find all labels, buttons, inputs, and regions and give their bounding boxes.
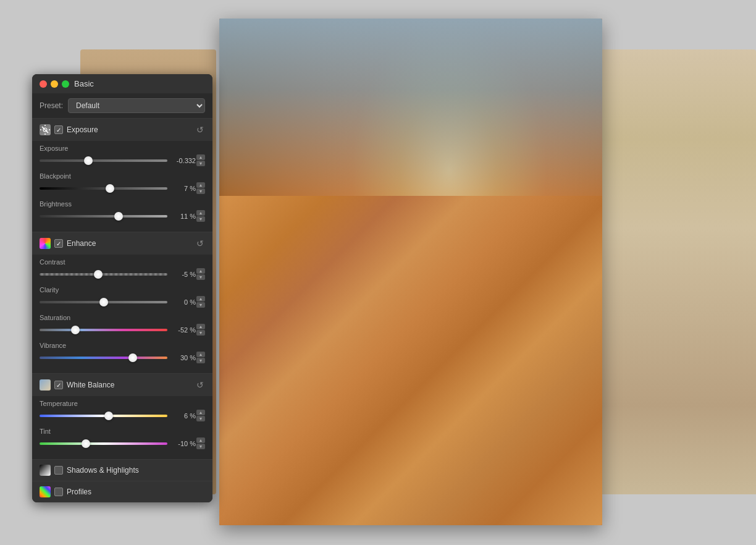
wb-icon xyxy=(40,379,51,391)
shadows-header: Shadows & Highlights xyxy=(32,460,212,481)
panel-title: Basic xyxy=(74,79,94,88)
tint-down[interactable]: ▼ xyxy=(196,444,205,449)
contrast-up[interactable]: ▲ xyxy=(196,268,205,274)
wb-title: White Balance xyxy=(67,381,191,389)
brightness-slider-row: Brightness 11 % ▲ ▼ xyxy=(40,200,205,222)
blackpoint-value-box: 7 % ▲ ▼ xyxy=(172,182,205,194)
exposure-slider-control: -0.332 ▲ ▼ xyxy=(40,154,205,166)
saturation-thumb[interactable] xyxy=(71,326,80,334)
enhance-checkbox[interactable] xyxy=(54,239,63,248)
saturation-control: -52 % ▲ ▼ xyxy=(40,324,205,336)
vibrance-label: Vibrance xyxy=(40,342,205,349)
contrast-stepper: ▲ ▼ xyxy=(196,268,205,280)
saturation-up[interactable]: ▲ xyxy=(196,324,205,329)
shadows-section: Shadows & Highlights xyxy=(32,460,212,481)
clarity-track[interactable] xyxy=(40,301,167,303)
brightness-control: 11 % ▲ ▼ xyxy=(40,210,205,222)
brightness-down[interactable]: ▼ xyxy=(196,216,205,222)
clarity-up[interactable]: ▲ xyxy=(196,296,205,302)
temperature-up[interactable]: ▲ xyxy=(196,410,205,415)
tint-thumb[interactable] xyxy=(82,439,90,448)
panel: Basic Preset: Default Exposure ↺ Exposur… xyxy=(32,74,212,502)
exposure-up[interactable]: ▲ xyxy=(196,154,205,160)
tint-up[interactable]: ▲ xyxy=(196,437,205,443)
brightness-track[interactable] xyxy=(40,215,167,218)
wb-sliders: Temperature 6 % ▲ ▼ Tint xyxy=(32,396,212,459)
preset-select[interactable]: Default xyxy=(68,98,205,113)
exposure-down[interactable]: ▼ xyxy=(196,161,205,166)
brightness-value-box: 11 % ▲ ▼ xyxy=(172,210,205,222)
close-button[interactable] xyxy=(40,80,47,88)
vibrance-track[interactable] xyxy=(40,357,167,359)
contrast-down[interactable]: ▼ xyxy=(196,274,205,280)
exposure-checkbox[interactable] xyxy=(54,125,63,134)
brightness-up[interactable]: ▲ xyxy=(196,210,205,216)
exposure-thumb[interactable] xyxy=(84,156,93,165)
temperature-down[interactable]: ▼ xyxy=(196,416,205,421)
brightness-stepper: ▲ ▼ xyxy=(196,210,205,222)
contrast-track[interactable] xyxy=(40,273,167,276)
blackpoint-thumb[interactable] xyxy=(106,184,114,193)
blackpoint-track[interactable] xyxy=(40,187,167,190)
blackpoint-up[interactable]: ▲ xyxy=(196,182,205,188)
exposure-value: -0.332 xyxy=(172,157,196,164)
preset-label: Preset: xyxy=(40,101,63,110)
preset-row: Preset: Default xyxy=(32,93,212,119)
clarity-thumb[interactable] xyxy=(99,298,108,306)
enhance-header: Enhance ↺ xyxy=(32,232,212,255)
enhance-icon xyxy=(40,238,51,249)
enhance-sliders: Contrast -5 % ▲ ▼ Clarity xyxy=(32,255,212,373)
tint-value-box: -10 % ▲ ▼ xyxy=(172,437,205,449)
saturation-track[interactable] xyxy=(40,329,167,331)
enhance-section: Enhance ↺ Contrast -5 % ▲ ▼ xyxy=(32,232,212,373)
brightness-label: Brightness xyxy=(40,200,205,208)
tint-value: -10 % xyxy=(172,440,196,447)
minimize-button[interactable] xyxy=(51,80,58,88)
contrast-slider-row: Contrast -5 % ▲ ▼ xyxy=(40,258,205,280)
vibrance-value-box: 30 % ▲ ▼ xyxy=(172,352,205,363)
contrast-thumb[interactable] xyxy=(94,270,103,279)
contrast-value-box: -5 % ▲ ▼ xyxy=(172,268,205,280)
tint-stepper: ▲ ▼ xyxy=(196,437,205,449)
enhance-title: Enhance xyxy=(67,239,191,248)
vibrance-down[interactable]: ▼ xyxy=(196,358,205,363)
vibrance-up[interactable]: ▲ xyxy=(196,352,205,357)
clarity-value: 0 % xyxy=(172,298,196,306)
wb-reset[interactable]: ↺ xyxy=(195,379,205,391)
saturation-label: Saturation xyxy=(40,314,205,321)
clarity-label: Clarity xyxy=(40,286,205,294)
vibrance-control: 30 % ▲ ▼ xyxy=(40,352,205,363)
saturation-down[interactable]: ▼ xyxy=(196,330,205,336)
blackpoint-stepper: ▲ ▼ xyxy=(196,182,205,194)
exposure-value-box: -0.332 ▲ ▼ xyxy=(172,154,205,166)
shadows-checkbox[interactable] xyxy=(54,466,63,475)
clarity-value-box: 0 % ▲ ▼ xyxy=(172,296,205,308)
vibrance-thumb[interactable] xyxy=(128,353,137,362)
wb-checkbox[interactable] xyxy=(54,381,63,389)
brightness-thumb[interactable] xyxy=(114,212,123,221)
tint-track[interactable] xyxy=(40,442,167,445)
shadows-title: Shadows & Highlights xyxy=(67,466,205,475)
blackpoint-down[interactable]: ▼ xyxy=(196,188,205,194)
tint-control: -10 % ▲ ▼ xyxy=(40,437,205,449)
profiles-checkbox[interactable] xyxy=(54,488,63,496)
temperature-track[interactable] xyxy=(40,415,167,417)
maximize-button[interactable] xyxy=(62,80,69,88)
clarity-down[interactable]: ▼ xyxy=(196,302,205,308)
exposure-track[interactable] xyxy=(40,159,167,162)
exposure-reset[interactable]: ↺ xyxy=(195,124,205,136)
temperature-thumb[interactable] xyxy=(104,412,113,420)
enhance-reset[interactable]: ↺ xyxy=(195,237,205,250)
wb-header: White Balance ↺ xyxy=(32,374,212,396)
exposure-sliders: Exposure -0.332 ▲ ▼ Blackpoin xyxy=(32,141,212,232)
temperature-value: 6 % xyxy=(172,412,196,420)
contrast-label: Contrast xyxy=(40,258,205,266)
exposure-slider-label: Exposure xyxy=(40,145,205,152)
contrast-value: -5 % xyxy=(172,271,196,278)
saturation-value-box: -52 % ▲ ▼ xyxy=(172,324,205,336)
blackpoint-slider-row: Blackpoint 7 % ▲ ▼ xyxy=(40,172,205,194)
exposure-stepper: ▲ ▼ xyxy=(196,154,205,166)
exposure-icon xyxy=(40,124,51,135)
blackpoint-label: Blackpoint xyxy=(40,172,205,180)
vibrance-slider-row: Vibrance 30 % ▲ ▼ xyxy=(40,342,205,363)
